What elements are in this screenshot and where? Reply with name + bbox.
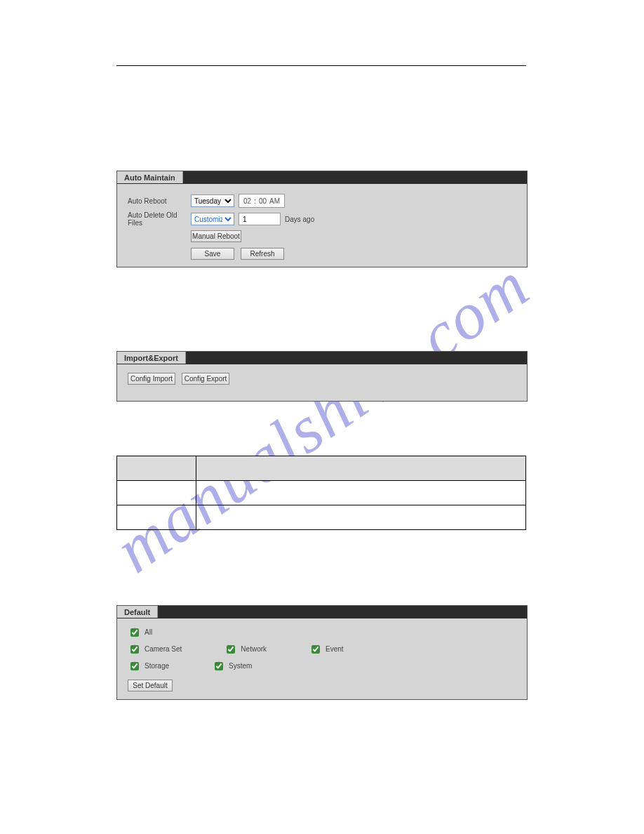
checkbox-all-label: All [145, 628, 152, 636]
checkbox-storage-input[interactable] [130, 662, 139, 670]
panel-tab-auto-maintain: Auto Maintain [117, 171, 183, 183]
import-export-panel: Import&Export Config Import Config Expor… [116, 351, 528, 402]
panel-header: Auto Maintain [117, 171, 527, 184]
checkbox-event-label: Event [326, 645, 344, 653]
checkbox-storage[interactable]: Storage [128, 660, 170, 673]
auto-delete-row: Auto Delete Old Files Customized Days ag… [128, 211, 516, 227]
top-divider [116, 65, 526, 66]
auto-reboot-row: Auto Reboot Tuesday 02 : 00 AM [128, 194, 516, 208]
checkbox-event-input[interactable] [311, 645, 320, 654]
reboot-day-select[interactable]: Tuesday [191, 194, 234, 207]
reboot-hour: 02 [243, 197, 251, 205]
checkbox-system-label: System [229, 662, 252, 670]
table-row [117, 481, 526, 505]
checkbox-camera-set[interactable]: Camera Set [128, 643, 182, 656]
auto-maintain-panel: Auto Maintain Auto Reboot Tuesday 02 : 0… [116, 171, 528, 267]
checkbox-row-1: Camera Set Network Event [128, 642, 516, 656]
checkbox-network[interactable]: Network [224, 643, 267, 656]
watermark-text: manualshive.com [101, 246, 543, 588]
func-cell [196, 505, 526, 530]
table-row [117, 505, 526, 530]
save-refresh-row: Save Refresh [191, 248, 516, 260]
config-import-button[interactable]: Config Import [128, 373, 175, 385]
panel-tab-import-export: Import&Export [117, 352, 186, 364]
panel-tab-default: Default [117, 606, 158, 618]
set-default-button[interactable]: Set Default [128, 680, 173, 691]
param-cell [117, 505, 196, 530]
checkbox-all-input[interactable] [130, 628, 139, 637]
auto-delete-label: Auto Delete Old Files [128, 211, 191, 227]
time-colon: : [254, 197, 256, 205]
delete-days-input[interactable] [239, 213, 281, 225]
save-button[interactable]: Save [191, 248, 234, 260]
reboot-minute: 00 [259, 197, 267, 205]
panel-header: Import&Export [117, 352, 527, 364]
auto-reboot-label: Auto Reboot [128, 197, 191, 205]
default-panel: Default All Camera Set Network [116, 605, 528, 700]
refresh-button[interactable]: Refresh [241, 248, 284, 260]
checkbox-network-label: Network [241, 645, 267, 653]
param-header [117, 456, 196, 481]
description-table [116, 456, 526, 530]
checkbox-all[interactable]: All [128, 626, 170, 639]
checkbox-row-all: All [128, 626, 516, 639]
set-default-row: Set Default [128, 680, 516, 691]
table-header-row [117, 456, 526, 481]
checkbox-camera-input[interactable] [130, 645, 139, 654]
panel-body: Config Import Config Export [117, 364, 527, 395]
param-cell [117, 481, 196, 505]
reboot-ampm: AM [269, 197, 280, 205]
panel-body: Auto Reboot Tuesday 02 : 00 AM Auto Dele… [117, 184, 527, 270]
manual-reboot-row: Manual Reboot [191, 230, 516, 242]
func-header [196, 456, 526, 481]
checkbox-row-2: Storage System [128, 659, 516, 673]
days-ago-label: Days ago [285, 216, 314, 223]
reboot-time-input[interactable]: 02 : 00 AM [239, 194, 285, 208]
delete-mode-select[interactable]: Customized [191, 213, 234, 225]
checkbox-network-input[interactable] [227, 645, 235, 654]
panel-body: All Camera Set Network Event [117, 618, 527, 702]
checkbox-system-input[interactable] [215, 662, 223, 670]
panel-header: Default [117, 606, 527, 618]
checkbox-system[interactable]: System [212, 660, 254, 673]
manual-reboot-button[interactable]: Manual Reboot [191, 230, 241, 242]
checkbox-storage-label: Storage [145, 662, 169, 670]
checkbox-event[interactable]: Event [309, 643, 351, 656]
func-cell [196, 481, 526, 505]
config-export-button[interactable]: Config Export [182, 373, 229, 385]
checkbox-camera-label: Camera Set [145, 645, 182, 653]
